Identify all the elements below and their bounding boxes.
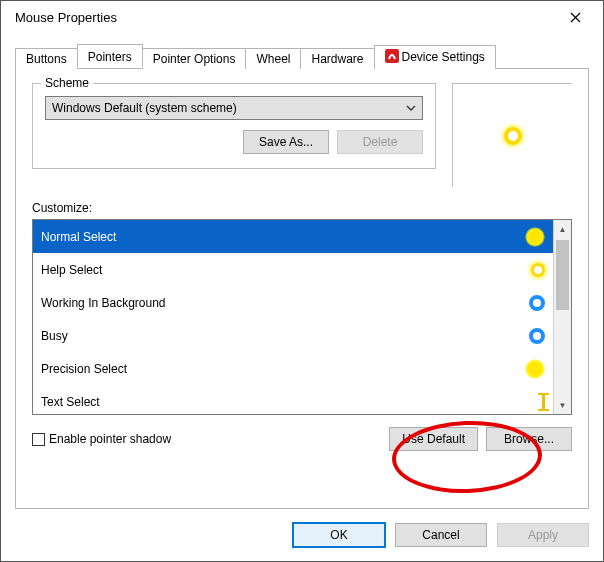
scheme-row: Scheme Windows Default (system scheme) S…: [32, 83, 572, 187]
list-item-text-select[interactable]: Text Select: [33, 385, 553, 414]
list-item-label: Normal Select: [41, 230, 116, 244]
save-as-button[interactable]: Save As...: [243, 130, 329, 154]
text-select-cursor-icon: [542, 393, 545, 411]
scroll-down-arrow-icon[interactable]: ▼: [554, 396, 571, 414]
list-item-label: Text Select: [41, 395, 100, 409]
use-default-button[interactable]: Use Default: [389, 427, 478, 451]
tab-wheel[interactable]: Wheel: [245, 48, 301, 69]
busy-cursor-icon: [529, 328, 545, 344]
list-scrollbar[interactable]: ▲ ▼: [553, 220, 571, 414]
checkbox-box-icon: [32, 433, 45, 446]
scheme-buttons: Save As... Delete: [45, 130, 423, 154]
tab-pointer-options[interactable]: Pointer Options: [142, 48, 247, 69]
chevron-down-icon: [406, 102, 416, 116]
customize-label: Customize:: [32, 201, 572, 215]
precision-select-cursor-icon: [525, 359, 545, 379]
checkbox-label: Enable pointer shadow: [49, 432, 171, 446]
scheme-dropdown[interactable]: Windows Default (system scheme): [45, 96, 423, 120]
titlebar: Mouse Properties: [1, 1, 603, 33]
browse-button[interactable]: Browse...: [486, 427, 572, 451]
mouse-properties-window: Mouse Properties Buttons Pointers Pointe…: [0, 0, 604, 562]
scroll-up-arrow-icon[interactable]: ▲: [554, 220, 571, 238]
bottom-row: Enable pointer shadow Use Default Browse…: [32, 427, 572, 451]
list-item-working-background[interactable]: Working In Background: [33, 286, 553, 319]
dialog-content: Buttons Pointers Pointer Options Wheel H…: [1, 33, 603, 509]
synaptics-icon: [385, 49, 399, 66]
tab-strip: Buttons Pointers Pointer Options Wheel H…: [15, 45, 589, 69]
list-item-label: Working In Background: [41, 296, 166, 310]
delete-button: Delete: [337, 130, 423, 154]
tab-buttons[interactable]: Buttons: [15, 48, 78, 69]
list-item-normal-select[interactable]: Normal Select: [33, 220, 553, 253]
list-item-label: Help Select: [41, 263, 102, 277]
tab-panel-pointers: Scheme Windows Default (system scheme) S…: [15, 69, 589, 509]
scroll-thumb[interactable]: [556, 240, 569, 310]
ok-button[interactable]: OK: [293, 523, 385, 547]
cancel-button[interactable]: Cancel: [395, 523, 487, 547]
list-item-label: Precision Select: [41, 362, 127, 376]
tab-pointers[interactable]: Pointers: [77, 44, 143, 68]
normal-select-cursor-icon: [525, 227, 545, 247]
list-item-help-select[interactable]: Help Select: [33, 253, 553, 286]
dialog-button-row: OK Cancel Apply: [1, 509, 603, 561]
help-select-cursor-icon: [531, 263, 545, 277]
cursor-preview: [452, 83, 572, 187]
enable-pointer-shadow-checkbox[interactable]: Enable pointer shadow: [32, 432, 171, 446]
close-button[interactable]: [555, 3, 595, 31]
list-item-precision-select[interactable]: Precision Select: [33, 352, 553, 385]
close-icon: [570, 12, 581, 23]
list-item-label: Busy: [41, 329, 68, 343]
scheme-group: Scheme Windows Default (system scheme) S…: [32, 83, 436, 169]
scheme-selected-value: Windows Default (system scheme): [52, 101, 237, 115]
working-bg-cursor-icon: [529, 295, 545, 311]
tab-hardware[interactable]: Hardware: [300, 48, 374, 69]
preview-cursor-icon: [504, 127, 522, 145]
window-title: Mouse Properties: [15, 10, 555, 25]
apply-button: Apply: [497, 523, 589, 547]
tab-device-settings[interactable]: Device Settings: [374, 45, 496, 69]
list-item-busy[interactable]: Busy: [33, 319, 553, 352]
scheme-legend: Scheme: [41, 76, 93, 90]
cursor-list[interactable]: Normal Select Help Select Working In Bac…: [33, 220, 553, 414]
cursor-list-container: Normal Select Help Select Working In Bac…: [32, 219, 572, 415]
